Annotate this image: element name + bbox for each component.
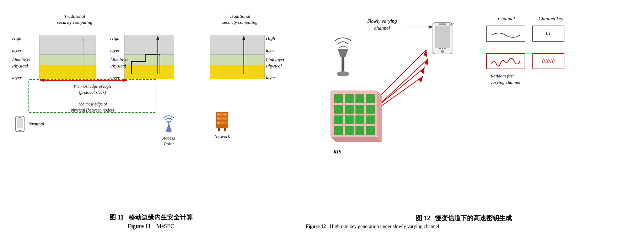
mid-layer-labels: Highlayer Link layer Physicallayer bbox=[110, 35, 129, 79]
svg-marker-68 bbox=[377, 91, 382, 142]
dashed-box-bottom-text: The most edge of physical (between nodes… bbox=[46, 101, 139, 113]
svg-rect-23 bbox=[218, 122, 219, 124]
svg-point-32 bbox=[337, 71, 349, 76]
key-box-1: 01 bbox=[532, 26, 564, 42]
arrow-up-right bbox=[241, 35, 247, 79]
svg-marker-33 bbox=[338, 49, 348, 57]
right-stack bbox=[210, 35, 265, 79]
svg-point-26 bbox=[224, 122, 226, 124]
transmitter-icon bbox=[331, 28, 355, 83]
left-layer-labels: High layer Link layer Physical layer bbox=[12, 35, 31, 79]
right-diagram: Slowly varyingchannel bbox=[316, 11, 633, 160]
fig-caption-left: 图 11 移动边缘内生安全计算 Figure 11 MeSEC bbox=[18, 213, 284, 229]
svg-marker-69 bbox=[331, 137, 382, 142]
dashed-box-text: The most edge of logic (protocol stack) bbox=[46, 83, 139, 96]
right-high-layer bbox=[210, 35, 265, 54]
svg-rect-58 bbox=[355, 105, 364, 114]
svg-rect-63 bbox=[366, 115, 375, 124]
svg-rect-57 bbox=[345, 105, 354, 114]
svg-rect-66 bbox=[355, 126, 364, 135]
channel-header: Channel bbox=[487, 16, 526, 22]
svg-rect-35 bbox=[435, 26, 450, 48]
phone-icon bbox=[430, 21, 455, 58]
right-panel: Slowly varyingchannel bbox=[306, 0, 644, 233]
mid-physical-layer bbox=[124, 65, 174, 79]
svg-marker-50 bbox=[418, 76, 423, 82]
access-point-icon bbox=[160, 110, 178, 133]
svg-rect-12 bbox=[18, 117, 21, 118]
svg-rect-53 bbox=[345, 94, 354, 103]
svg-rect-54 bbox=[355, 94, 364, 103]
ris-panel bbox=[327, 89, 384, 146]
svg-point-24 bbox=[224, 114, 226, 115]
channel-key-header: Channel key bbox=[533, 16, 569, 22]
svg-rect-55 bbox=[366, 94, 375, 103]
right-layer-labels: Highlayer Link layer Physicallayer bbox=[266, 35, 285, 79]
left-high-layer bbox=[39, 35, 96, 54]
svg-point-11 bbox=[19, 130, 21, 131]
svg-point-40 bbox=[439, 48, 441, 49]
slowly-varying-arrow bbox=[405, 24, 434, 30]
svg-rect-21 bbox=[218, 114, 219, 115]
right-link-layer bbox=[210, 54, 265, 65]
left-panel: Traditionalsecurity computing High bbox=[0, 0, 306, 233]
ap-item: AccessPoint bbox=[160, 110, 178, 147]
svg-rect-67 bbox=[366, 126, 375, 135]
channel-box-1 bbox=[486, 26, 525, 42]
trad-label-left: Traditionalsecurity computing bbox=[50, 13, 100, 26]
svg-marker-48 bbox=[420, 67, 425, 74]
svg-rect-61 bbox=[345, 115, 354, 124]
network-item: Network bbox=[213, 110, 231, 139]
svg-marker-44 bbox=[422, 50, 428, 58]
left-stack bbox=[39, 35, 96, 79]
svg-rect-22 bbox=[218, 118, 219, 119]
trad-label-right: Traditionalsecurity computing bbox=[213, 13, 267, 26]
svg-rect-56 bbox=[334, 105, 343, 114]
arrow-up-mid bbox=[155, 35, 161, 79]
left-link-layer bbox=[39, 54, 96, 65]
left-diagram: Traditionalsecurity computing High bbox=[11, 11, 302, 160]
svg-rect-64 bbox=[334, 126, 343, 135]
channel-box-2 bbox=[486, 53, 525, 69]
svg-rect-62 bbox=[355, 115, 364, 124]
svg-point-41 bbox=[442, 48, 443, 49]
svg-rect-65 bbox=[345, 126, 354, 135]
svg-rect-36 bbox=[439, 23, 446, 25]
svg-marker-3 bbox=[156, 36, 159, 40]
key-box-2: 01010 bbox=[532, 53, 564, 69]
svg-rect-59 bbox=[366, 105, 375, 114]
svg-rect-28 bbox=[224, 128, 226, 131]
random-fast-label: Random fastvarying channel bbox=[490, 73, 544, 86]
svg-rect-52 bbox=[334, 94, 343, 103]
ris-label: RIS bbox=[333, 149, 342, 155]
svg-rect-27 bbox=[218, 128, 220, 131]
svg-point-25 bbox=[224, 118, 226, 119]
mid-stack bbox=[124, 35, 174, 79]
fig-caption-right: 图 12 慢变信道下的高速密钥生成 Figure 12 High rate ke… bbox=[306, 214, 622, 229]
mid-link-layer bbox=[124, 54, 174, 65]
terminal-item: Terminal bbox=[14, 115, 44, 132]
terminal-icon bbox=[14, 115, 26, 132]
left-physical-layer bbox=[39, 65, 96, 79]
network-icon bbox=[213, 110, 231, 131]
svg-point-37 bbox=[441, 50, 444, 53]
right-physical-layer bbox=[210, 65, 265, 79]
svg-rect-10 bbox=[17, 118, 23, 128]
svg-rect-60 bbox=[334, 115, 343, 124]
mid-high-layer bbox=[124, 35, 174, 54]
slowly-varying-label: Slowly varyingchannel bbox=[359, 18, 405, 32]
svg-marker-46 bbox=[424, 59, 429, 66]
svg-point-42 bbox=[444, 48, 446, 49]
svg-marker-16 bbox=[166, 124, 171, 131]
svg-marker-5 bbox=[242, 36, 245, 40]
